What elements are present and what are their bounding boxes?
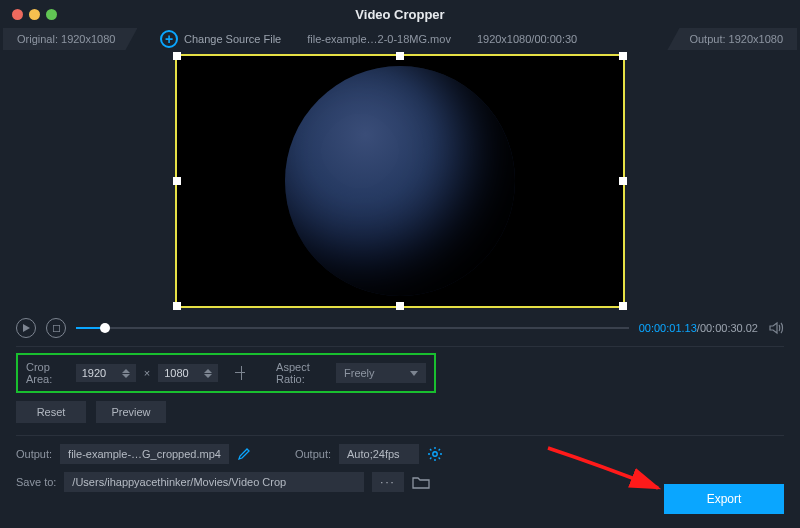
change-source-label: Change Source File — [184, 33, 281, 45]
time-total: 00:00:30.02 — [700, 322, 758, 334]
stop-button[interactable] — [46, 318, 66, 338]
original-resolution-label: Original: 1920x1080 — [3, 28, 137, 50]
play-icon — [22, 324, 30, 332]
aspect-ratio-select[interactable]: Freely — [336, 363, 426, 383]
crop-height-input[interactable] — [164, 367, 198, 379]
crop-handle-bm[interactable] — [396, 302, 404, 310]
aspect-ratio-label: Aspect Ratio: — [276, 361, 328, 385]
app-title: Video Cropper — [0, 7, 800, 22]
crop-width-input[interactable] — [82, 367, 116, 379]
rename-output-button[interactable] — [237, 447, 251, 461]
time-current: 00:00:01.13 — [639, 322, 697, 334]
output-format-label: Output: — [295, 448, 331, 460]
change-source-button[interactable]: + Change Source File — [160, 30, 281, 48]
saveto-label: Save to: — [16, 476, 56, 488]
center-crop-icon[interactable] — [232, 363, 248, 383]
source-dims-duration: 1920x1080/00:00:30 — [477, 33, 577, 45]
times-symbol: × — [144, 367, 150, 379]
crop-controls-highlight: Crop Area: × Aspect Ratio: Freely — [16, 353, 436, 393]
browse-path-button[interactable]: ··· — [372, 472, 403, 492]
open-folder-button[interactable] — [412, 475, 430, 489]
volume-icon[interactable] — [768, 320, 784, 336]
source-filename: file-example…2-0-18MG.mov — [307, 33, 451, 45]
crop-width-up[interactable] — [122, 369, 130, 373]
output-format-field: Auto;24fps — [339, 444, 419, 464]
crop-height-up[interactable] — [204, 369, 212, 373]
timecode: 00:00:01.13/00:00:30.02 — [639, 322, 758, 334]
titlebar: Video Cropper — [0, 0, 800, 28]
pencil-icon — [237, 447, 251, 461]
crop-width-down[interactable] — [122, 374, 130, 378]
crop-handle-ml[interactable] — [173, 177, 181, 185]
svg-marker-0 — [23, 324, 30, 332]
gear-icon — [427, 446, 443, 462]
crop-height-stepper[interactable] — [158, 364, 218, 382]
aspect-ratio-value: Freely — [344, 367, 375, 379]
folder-icon — [412, 475, 430, 489]
crop-handle-br[interactable] — [619, 302, 627, 310]
chevron-down-icon — [410, 371, 418, 376]
play-button[interactable] — [16, 318, 36, 338]
svg-rect-1 — [53, 325, 60, 332]
video-preview-crop-frame[interactable] — [175, 54, 625, 308]
crop-handle-mr[interactable] — [619, 177, 627, 185]
seek-slider[interactable] — [76, 321, 629, 335]
playback-controls: 00:00:01.13/00:00:30.02 — [0, 308, 800, 342]
saveto-path-field: /Users/ihappyacethinker/Movies/Video Cro… — [64, 472, 364, 492]
export-button[interactable]: Export — [664, 484, 784, 514]
svg-point-2 — [433, 452, 437, 456]
crop-area-label: Crop Area: — [26, 361, 68, 385]
preview-button[interactable]: Preview — [96, 401, 166, 423]
crop-handle-tl[interactable] — [173, 52, 181, 60]
crop-handle-tr[interactable] — [619, 52, 627, 60]
stop-icon — [53, 325, 60, 332]
seek-thumb[interactable] — [100, 323, 110, 333]
output-settings-button[interactable] — [427, 446, 443, 462]
reset-button[interactable]: Reset — [16, 401, 86, 423]
crop-handle-tm[interactable] — [396, 52, 404, 60]
crop-handle-bl[interactable] — [173, 302, 181, 310]
output-filename-field: file-example-…G_cropped.mp4 — [60, 444, 229, 464]
info-strip: Original: 1920x1080 + Change Source File… — [0, 28, 800, 54]
plus-circle-icon: + — [160, 30, 178, 48]
video-content-placeholder — [285, 66, 515, 296]
crop-width-stepper[interactable] — [76, 364, 136, 382]
output-resolution-label: Output: 1920x1080 — [667, 28, 797, 50]
output-filename-label: Output: — [16, 448, 52, 460]
crop-height-down[interactable] — [204, 374, 212, 378]
